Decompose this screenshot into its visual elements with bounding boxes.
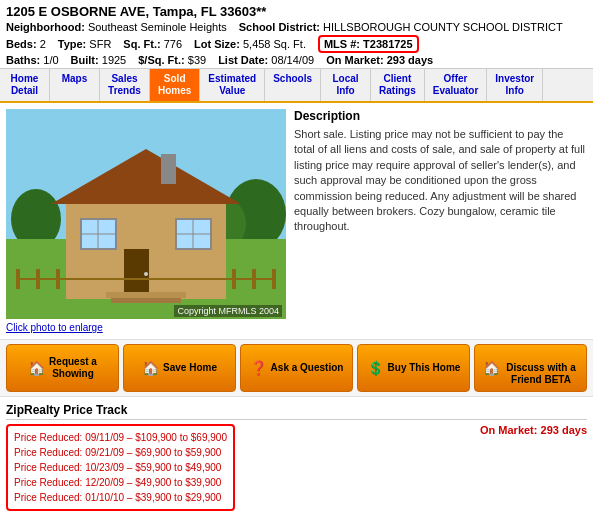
svg-rect-23 [252, 269, 256, 289]
svg-rect-22 [232, 269, 236, 289]
on-market-item: On Market: 293 days [326, 54, 433, 66]
svg-rect-7 [161, 154, 176, 184]
tab-client-ratings[interactable]: ClientRatings [371, 69, 425, 101]
discuss-friend-label: Discuss with a Friend BETA [504, 350, 578, 386]
price-item-5: Price Reduced: 01/10/10 – $39,900 to $29… [14, 490, 227, 505]
header-section: 1205 E OSBORNE AVE, Tampa, FL 33603** Ne… [0, 0, 593, 69]
tab-schools[interactable]: Schools [265, 69, 321, 101]
sqft-item: Sq. Ft.: 776 [123, 38, 182, 50]
price-list: Price Reduced: 09/11/09 – $109,900 to $6… [6, 424, 235, 511]
description-title: Description [294, 109, 587, 123]
property-photo[interactable]: Copyright MFRMLS 2004 [6, 109, 286, 319]
price-item-4: Price Reduced: 12/20/09 – $49,900 to $39… [14, 475, 227, 490]
discuss-icon: 🏠 [483, 360, 500, 377]
tab-local-info[interactable]: LocalInfo [321, 69, 371, 101]
dollar-icon: 💲 [367, 360, 384, 377]
house-svg [6, 109, 286, 319]
on-market-value: 293 days [541, 424, 587, 436]
right-info: Estim Check [575, 4, 593, 28]
request-showing-button[interactable]: 🏠 Request aShowing [6, 344, 119, 392]
school-district-item: School District: HILLSBOROUGH COUNTY SCH… [239, 21, 563, 33]
list-date-item: List Date: 08/14/09 [218, 54, 314, 66]
address-line: 1205 E OSBORNE AVE, Tampa, FL 33603** [6, 4, 575, 19]
price-track-title: ZipRealty Price Track [6, 403, 587, 420]
discuss-friend-button[interactable]: 🏠 Discuss with a Friend BETA [474, 344, 587, 392]
request-showing-label: Request aShowing [49, 356, 97, 380]
baths-item: Baths: 1/0 [6, 54, 59, 66]
save-home-button[interactable]: 🏠 Save Home [123, 344, 236, 392]
svg-rect-16 [106, 292, 186, 298]
save-home-label: Save Home [163, 362, 217, 374]
tab-estimated-value[interactable]: EstimatedValue [200, 69, 265, 101]
svg-rect-17 [111, 298, 181, 303]
tab-maps[interactable]: Maps [50, 69, 100, 101]
price-track-section: ZipRealty Price Track Price Reduced: 09/… [0, 397, 593, 511]
lot-item: Lot Size: 5,458 Sq. Ft. [194, 38, 306, 50]
enlarge-link[interactable]: Click photo to enlarge [6, 322, 286, 333]
ask-question-label: Ask a Question [271, 362, 344, 374]
question-icon: ❓ [250, 360, 267, 377]
address-text: 1205 E OSBORNE AVE, Tampa, FL 33603** [6, 4, 266, 19]
price-item-1: Price Reduced: 09/11/09 – $109,900 to $6… [14, 430, 227, 445]
tab-offer-evaluator[interactable]: OfferEvaluator [425, 69, 488, 101]
mls-box: MLS #: T2381725 [318, 35, 419, 53]
price-item-3: Price Reduced: 10/23/09 – $59,900 to $49… [14, 460, 227, 475]
ask-question-button[interactable]: ❓ Ask a Question [240, 344, 353, 392]
tab-sold-homes[interactable]: SoldHomes [150, 69, 200, 101]
neighborhood-item: Neighborhood: Southeast Seminole Heights [6, 21, 227, 33]
type-item: Type: SFR [58, 38, 112, 50]
price-track-content: Price Reduced: 09/11/09 – $109,900 to $6… [6, 424, 587, 511]
photo-section: Copyright MFRMLS 2004 Click photo to enl… [6, 109, 286, 333]
svg-point-9 [144, 272, 148, 276]
mls-item: MLS #: T2381725 [318, 35, 419, 53]
left-info: 1205 E OSBORNE AVE, Tampa, FL 33603** Ne… [6, 4, 575, 66]
on-market-label: On Market: [480, 424, 537, 436]
on-market-right: On Market: 293 days [480, 424, 587, 511]
action-buttons: 🏠 Request aShowing 🏠 Save Home ❓ Ask a Q… [0, 339, 593, 397]
estim-label: Estim [575, 4, 593, 16]
buy-home-button[interactable]: 💲 Buy This Home [357, 344, 470, 392]
copyright-text: Copyright MFRMLS 2004 [174, 305, 282, 317]
save-icon: 🏠 [142, 360, 159, 377]
price-item-2: Price Reduced: 09/21/09 – $69,900 to $59… [14, 445, 227, 460]
nav-tabs: HomeDetail Maps SalesTrends SoldHomes Es… [0, 69, 593, 103]
svg-rect-24 [272, 269, 276, 289]
house-icon: 🏠 [28, 360, 45, 377]
built-item: Built: 1925 [71, 54, 127, 66]
tab-investor-info[interactable]: InvestorInfo [487, 69, 543, 101]
svg-rect-20 [36, 269, 40, 289]
svg-rect-21 [56, 269, 60, 289]
beds-item: Beds: 2 [6, 38, 46, 50]
price-sqft-item: $/Sq. Ft.: $39 [138, 54, 206, 66]
description-section: Description Short sale. Listing price ma… [294, 109, 587, 333]
tab-home-detail[interactable]: HomeDetail [0, 69, 50, 101]
description-text: Short sale. Listing price may not be suf… [294, 127, 587, 235]
tab-sales-trends[interactable]: SalesTrends [100, 69, 150, 101]
svg-rect-19 [16, 269, 20, 289]
main-content: Copyright MFRMLS 2004 Click photo to enl… [0, 103, 593, 339]
buy-home-label: Buy This Home [388, 362, 461, 374]
